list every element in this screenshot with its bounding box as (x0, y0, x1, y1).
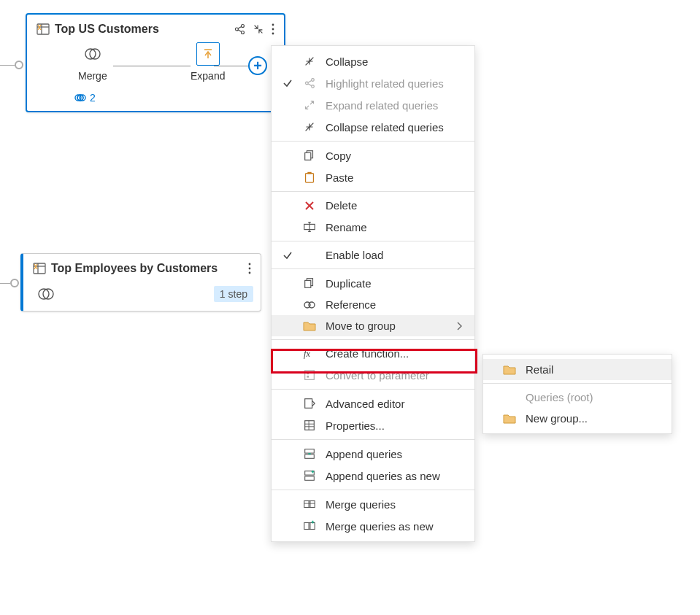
move-to-group-submenu: Retail Queries (root) New group... (482, 354, 672, 434)
merge-step-icon[interactable] (81, 42, 104, 66)
expand-step-label: Expand (191, 70, 225, 82)
svg-rect-37 (305, 280, 311, 287)
collapse-diag-icon[interactable] (252, 23, 265, 36)
svg-text:fx: fx (304, 349, 310, 359)
more-menu-icon[interactable] (271, 23, 275, 36)
svg-point-26 (312, 79, 315, 82)
table-icon (32, 261, 47, 276)
svg-point-9 (272, 28, 274, 31)
expand-step-icon[interactable] (196, 42, 220, 66)
svg-line-28 (308, 80, 312, 82)
query-node-top-employees[interactable]: Top Employees by Customers 1 step (20, 253, 261, 312)
delete-icon (302, 200, 317, 212)
svg-point-20 (249, 263, 251, 266)
svg-point-21 (249, 268, 251, 270)
node-title: Top US Customers (55, 23, 228, 36)
svg-rect-32 (306, 174, 314, 183)
menu-enable-load[interactable]: Enable load (272, 244, 474, 266)
menu-append-queries-new[interactable]: Append queries as new (272, 465, 474, 487)
menu-advanced-editor[interactable]: Advanced editor (272, 392, 474, 414)
menu-divider (272, 141, 474, 142)
menu-collapse-related[interactable]: Collapse related queries (272, 116, 474, 138)
menu-divider (272, 191, 474, 192)
menu-divider (272, 439, 474, 440)
append-icon (302, 447, 317, 460)
menu-paste[interactable]: Paste (272, 166, 474, 188)
context-menu: Collapse Highlight related queries Expan… (271, 45, 475, 542)
menu-divider (272, 268, 474, 269)
share-icon (302, 77, 317, 90)
svg-point-3 (235, 28, 238, 31)
svg-rect-41 (305, 371, 315, 380)
svg-rect-52 (305, 476, 315, 480)
copy-icon (302, 149, 317, 162)
menu-append-queries[interactable]: Append queries (272, 443, 474, 465)
rename-icon (302, 220, 317, 233)
collapse-icon (302, 120, 317, 134)
svg-rect-33 (307, 172, 311, 174)
svg-rect-0 (37, 24, 49, 34)
folder-icon (502, 364, 517, 376)
link-count: 2 (90, 92, 96, 104)
reference-icon (302, 300, 317, 310)
svg-point-5 (242, 31, 245, 34)
menu-properties[interactable]: Properties... (272, 414, 474, 436)
svg-line-7 (238, 30, 242, 32)
svg-rect-31 (305, 152, 311, 160)
query-node-top-us-customers[interactable]: Top US Customers (26, 13, 285, 112)
menu-create-function[interactable]: fx Create function... (272, 343, 474, 364)
svg-rect-45 (305, 421, 315, 430)
merge-step-icon[interactable] (36, 285, 55, 303)
merge-new-icon (302, 519, 317, 533)
menu-collapse[interactable]: Collapse (272, 50, 474, 72)
submenu-retail[interactable]: Retail (483, 359, 672, 380)
svg-point-27 (312, 85, 315, 88)
svg-rect-49 (305, 449, 315, 453)
connector-dot[interactable] (10, 279, 19, 287)
folder-icon (502, 413, 517, 425)
menu-merge-queries[interactable]: Merge queries (272, 493, 474, 515)
menu-delete[interactable]: Delete (272, 195, 474, 216)
menu-divider (272, 241, 474, 241)
connector-dot[interactable] (15, 61, 23, 69)
menu-duplicate[interactable]: Duplicate (272, 272, 474, 294)
menu-move-to-group[interactable]: Move to group (272, 315, 474, 336)
fx-icon: fx (302, 348, 317, 360)
menu-convert-to-param[interactable]: Convert to parameter (272, 364, 474, 386)
svg-point-11 (85, 49, 96, 59)
svg-point-24 (43, 289, 53, 299)
submenu-queries-root[interactable]: Queries (root) (483, 387, 672, 408)
svg-rect-44 (305, 399, 312, 409)
svg-rect-53 (304, 501, 310, 508)
link-icon (74, 93, 87, 103)
more-menu-icon[interactable] (247, 262, 252, 275)
table-icon (36, 22, 50, 36)
menu-rename[interactable]: Rename (272, 216, 474, 238)
svg-rect-39 (309, 302, 315, 308)
svg-point-10 (272, 33, 274, 35)
share-icon[interactable] (233, 23, 246, 36)
expand-icon (302, 98, 317, 112)
submenu-new-group[interactable]: New group... (483, 408, 672, 429)
properties-icon (302, 419, 317, 432)
connector-line (0, 283, 10, 284)
collapse-icon (302, 55, 317, 68)
menu-merge-queries-new[interactable]: Merge queries as new (272, 515, 474, 537)
menu-reference[interactable]: Reference (272, 294, 474, 315)
svg-line-29 (308, 84, 312, 86)
svg-line-6 (238, 26, 242, 28)
svg-rect-57 (309, 523, 315, 530)
svg-point-23 (39, 289, 49, 299)
menu-expand-related[interactable]: Expand related queries (272, 94, 474, 116)
folder-icon (302, 320, 317, 332)
merge-step-label: Merge (78, 70, 107, 82)
svg-rect-43 (307, 376, 309, 378)
step-count-chip: 1 step (214, 286, 253, 302)
svg-point-25 (306, 82, 309, 85)
add-step-button[interactable]: + (248, 56, 267, 75)
menu-copy[interactable]: Copy (272, 144, 474, 166)
duplicate-icon (302, 276, 317, 290)
svg-rect-17 (34, 263, 45, 274)
chevron-right-icon (454, 322, 464, 330)
menu-highlight-related[interactable]: Highlight related queries (272, 72, 474, 94)
